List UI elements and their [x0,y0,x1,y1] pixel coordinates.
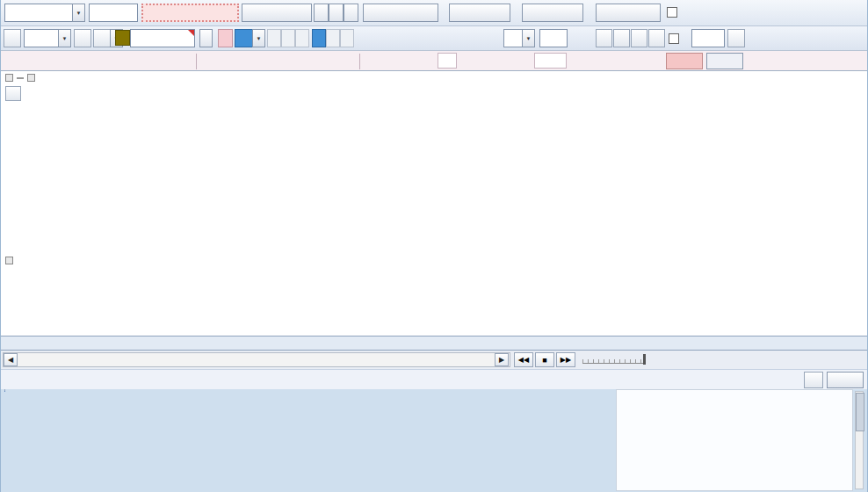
trade-profit-button[interactable] [522,4,583,22]
price-info-bar [1,50,868,71]
trade-history-panel [1,389,868,492]
scroll-left-icon[interactable]: ◀ [4,353,18,366]
legend-toggle-icon[interactable] [5,257,13,264]
chart-window-icon[interactable] [4,29,21,47]
h-scrollbar[interactable] [3,352,510,367]
v-scrollbar[interactable] [855,391,864,489]
grid-tool-icon[interactable] [5,86,21,101]
slider-handle[interactable] [643,354,646,365]
forward-button[interactable]: ▶▶ [556,352,575,367]
yield-trend-button[interactable] [596,4,661,22]
search-icon[interactable] [74,29,91,47]
period-day-button[interactable] [218,29,233,47]
save-icon[interactable] [631,29,647,47]
day-count-combo[interactable] [235,29,253,47]
d-checkbox[interactable] [669,33,679,44]
account-combo[interactable] [4,4,73,22]
chart-area[interactable] [1,71,868,336]
sell-button[interactable] [706,53,743,69]
che-button[interactable] [329,4,344,22]
period-month-button[interactable] [281,29,295,47]
time-axis [1,336,868,351]
day-count-arrow-icon[interactable]: ▼ [252,29,265,47]
period-week-button[interactable] [267,29,281,47]
legend-toggle-icon[interactable] [5,74,13,82]
period-second-button[interactable] [326,29,340,47]
line-add-icon[interactable] [613,29,630,47]
new-stock-badge [115,30,130,46]
memo-corner-icon [188,30,194,36]
chart-toolbar: ▼ ▼ ▼ ▼ [1,25,868,50]
recent-trades-button[interactable] [242,4,312,22]
account-combo-arrow-icon[interactable]: ▼ [72,4,85,22]
trade-history-table [4,389,5,392]
period-minute-button[interactable] [312,29,326,47]
gear-icon[interactable] [648,29,665,47]
interval-combo[interactable] [503,29,523,47]
stock-code-arrow-icon[interactable]: ▼ [58,29,71,47]
password-field[interactable] [89,4,138,22]
alert-button[interactable] [199,29,213,47]
divider [196,54,197,69]
stock-name-field[interactable] [130,29,195,47]
table-settings-gear-icon[interactable] [804,372,823,388]
buy-button[interactable] [666,53,703,69]
table-toolbar [1,369,868,389]
stop-button[interactable]: ■ [535,352,554,367]
date-field[interactable] [691,29,725,47]
stock-code-combo[interactable] [24,29,59,47]
best-quote-box [438,53,457,69]
next-button[interactable] [827,372,864,388]
divider [359,54,360,69]
period-tick-button[interactable] [340,29,354,47]
legend-stock-label[interactable] [17,77,24,79]
jan-button[interactable] [314,4,329,22]
volume-chart-legend [5,257,24,264]
chart-scroll-toolbar: ◀ ▶ ◀◀ ■ ▶▶ [1,351,868,369]
legend-toggle-icon[interactable] [27,74,35,82]
trading-app-window: ▼ ▼ ▼ ▼ ▼ [0,0,868,492]
top-toolbar: ▼ [1,0,868,25]
candle-shift-icon[interactable] [596,29,612,47]
period-year-button[interactable] [295,29,309,47]
trade-mark-button[interactable] [141,4,239,22]
speed-slider[interactable] [582,357,644,364]
bar-count-field[interactable] [539,29,568,47]
scroll-right-icon[interactable]: ▶ [495,353,509,366]
detail-panel [616,389,853,491]
calendar-icon[interactable] [727,29,745,47]
v-scrollbar-thumb[interactable] [856,393,864,431]
rewind-button[interactable]: ◀◀ [514,352,533,367]
daily-balance-button[interactable] [449,4,510,22]
speaker-icon[interactable] [93,29,111,47]
mi-button[interactable] [344,4,358,22]
price-chart-legend [5,74,42,82]
ohl-box [534,53,567,69]
account-link-checkbox[interactable] [667,7,677,18]
interval-combo-arrow-icon[interactable]: ▼ [522,29,535,47]
memo-button[interactable] [363,4,438,22]
